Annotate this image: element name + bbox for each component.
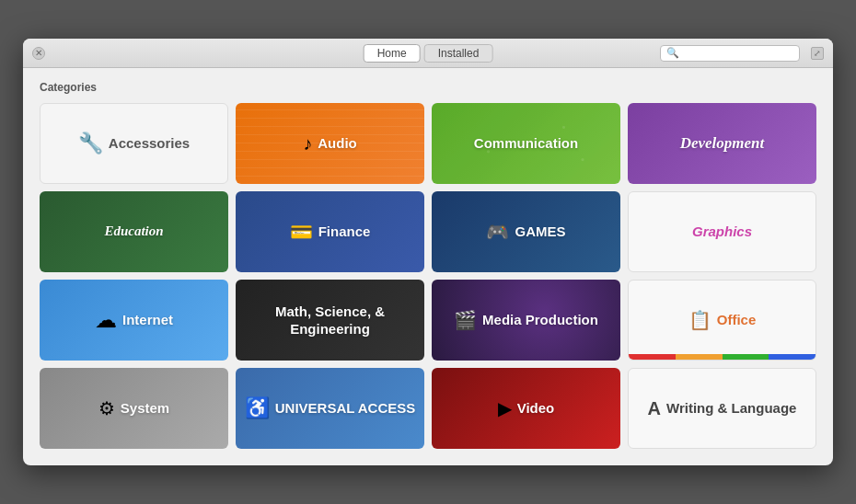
- media-label: Media Production: [482, 311, 598, 329]
- tile-communication[interactable]: Communication: [432, 103, 620, 184]
- close-button[interactable]: ✕: [32, 47, 45, 60]
- writing-label: Writing & Language: [666, 399, 796, 418]
- categories-grid: 🔧 Accessories ♪ Audio Communication: [40, 103, 816, 449]
- system-label: System: [121, 399, 169, 418]
- tile-office[interactable]: 📋 Office: [628, 280, 816, 361]
- tile-video[interactable]: ▶ Video: [432, 368, 620, 449]
- games-label: GAMES: [515, 223, 565, 241]
- accessories-icon: 🔧: [78, 132, 103, 155]
- audio-icon: ♪: [303, 133, 312, 155]
- tile-education[interactable]: Education: [40, 191, 228, 272]
- tile-games[interactable]: 🎮 GAMES: [432, 191, 620, 272]
- main-content: Categories 🔧 Accessories ♪ Audio: [23, 68, 833, 465]
- search-bar: 🔍: [660, 45, 800, 62]
- tile-graphics[interactable]: Graphics: [628, 191, 816, 272]
- tile-audio[interactable]: ♪ Audio: [236, 103, 424, 184]
- finance-icon: 💳: [290, 221, 313, 243]
- communication-label: Communication: [474, 134, 578, 153]
- tile-math[interactable]: Math, Science, & Engineering: [236, 280, 424, 361]
- tile-media[interactable]: 🎬 Media Production: [432, 280, 620, 361]
- maximize-button[interactable]: ⤢: [811, 47, 824, 60]
- math-label: Math, Science, & Engineering: [243, 303, 417, 338]
- graphics-label: Graphics: [692, 223, 752, 241]
- tile-system[interactable]: ⚙ System: [40, 368, 228, 449]
- tab-bar: Home Installed: [364, 44, 493, 63]
- tab-home[interactable]: Home: [364, 44, 421, 63]
- titlebar: ✕ Home Installed 🔍 ⤢: [23, 39, 833, 68]
- system-icon: ⚙: [98, 397, 115, 419]
- internet-label: Internet: [122, 311, 173, 329]
- tile-accessories[interactable]: 🔧 Accessories: [40, 103, 228, 184]
- media-icon: 🎬: [454, 309, 477, 331]
- video-icon: ▶: [498, 397, 512, 419]
- tile-development[interactable]: Development: [628, 103, 816, 184]
- office-color-bar: [629, 354, 816, 360]
- office-label: Office: [717, 311, 757, 329]
- universal-icon: ♿: [245, 396, 270, 420]
- search-icon: 🔍: [666, 47, 679, 59]
- tab-installed[interactable]: Installed: [424, 44, 493, 63]
- games-icon: 🎮: [486, 221, 509, 243]
- education-label: Education: [104, 223, 163, 241]
- audio-label: Audio: [318, 134, 357, 153]
- tile-internet[interactable]: ☁ Internet: [40, 280, 228, 361]
- search-input[interactable]: [683, 47, 793, 60]
- office-icon: 📋: [688, 309, 711, 331]
- internet-icon: ☁: [95, 307, 117, 333]
- tile-universal[interactable]: ♿ UNIVERSAL ACCESS: [236, 368, 424, 449]
- app-window: ✕ Home Installed 🔍 ⤢ Categories 🔧 Access…: [23, 39, 833, 465]
- writing-icon: A: [648, 398, 661, 419]
- universal-label: UNIVERSAL ACCESS: [275, 399, 416, 418]
- accessories-label: Accessories: [109, 134, 190, 153]
- tile-writing[interactable]: A Writing & Language: [628, 368, 816, 449]
- categories-heading: Categories: [40, 81, 816, 94]
- development-label: Development: [680, 133, 765, 154]
- tile-finance[interactable]: 💳 Finance: [236, 191, 424, 272]
- finance-label: Finance: [318, 223, 371, 241]
- video-label: Video: [517, 399, 555, 418]
